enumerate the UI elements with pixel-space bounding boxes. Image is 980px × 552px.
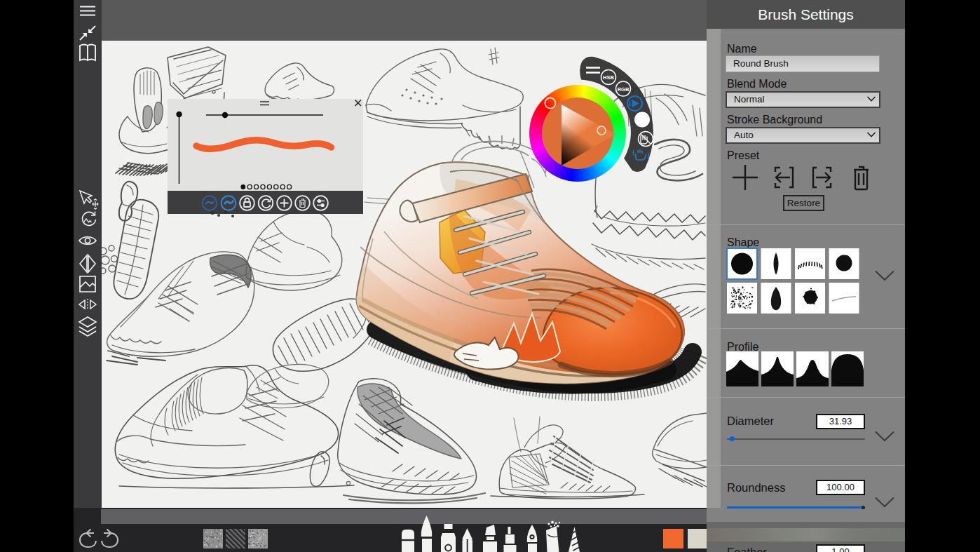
svg-text:HSB: HSB — [603, 74, 614, 81]
